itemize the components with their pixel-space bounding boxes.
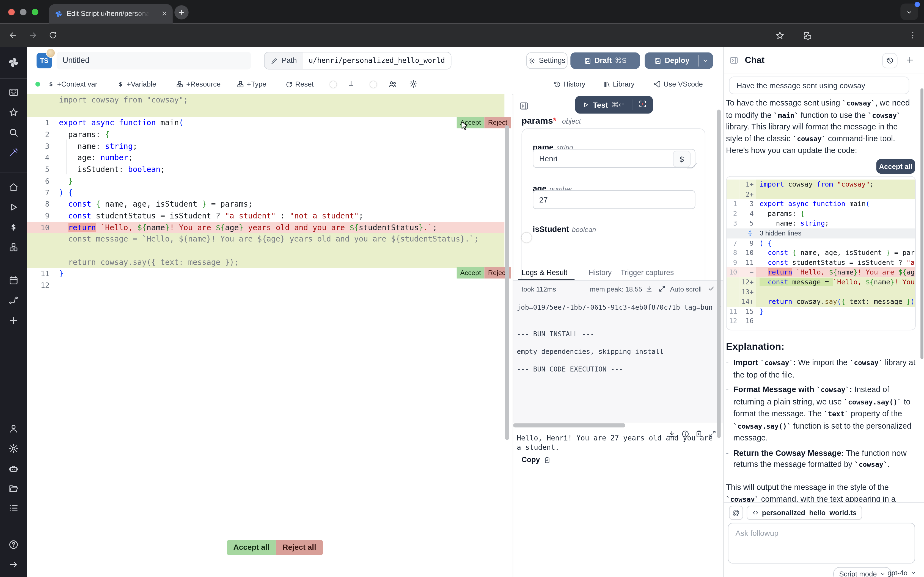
close-tab-icon[interactable] xyxy=(161,10,168,17)
add-variable-button[interactable]: $ +Variable xyxy=(116,79,156,90)
test-button-group: Test ⌘↵ xyxy=(575,96,653,113)
logs-horizontal-scrollbar[interactable] xyxy=(513,424,625,427)
collaborator-avatar xyxy=(46,48,55,58)
deploy-menu-chevron-icon[interactable] xyxy=(702,57,709,64)
bookmark-star-icon[interactable] xyxy=(775,31,785,40)
path-label: Path xyxy=(282,56,297,65)
sidebar-item-search-icon[interactable] xyxy=(8,127,19,138)
forward-icon[interactable] xyxy=(28,31,38,40)
copy-result-button[interactable]: Copy xyxy=(522,456,551,464)
new-chat-plus-icon[interactable] xyxy=(905,55,914,64)
expand-logs-icon[interactable] xyxy=(658,285,666,293)
accept-all-button[interactable]: Accept all xyxy=(227,540,276,555)
add-context-var-button[interactable]: $ +Context var xyxy=(47,79,97,90)
test-button[interactable]: Test ⌘↵ xyxy=(575,100,632,109)
chat-accept-all-button[interactable]: Accept all xyxy=(876,159,915,174)
reset-button[interactable]: Reset xyxy=(285,79,314,90)
history-button[interactable]: History xyxy=(553,79,585,90)
notification-dot xyxy=(915,2,920,7)
save-icon xyxy=(654,57,662,64)
sidebar-item-workers-bot-icon[interactable] xyxy=(8,463,19,474)
collapse-panel-icon[interactable] xyxy=(519,101,529,111)
chat-history-button[interactable] xyxy=(882,53,898,68)
download-logs-icon[interactable] xyxy=(645,285,653,293)
sidebar-item-flows-route-icon[interactable] xyxy=(8,295,19,306)
extensions-puzzle-icon[interactable] xyxy=(803,31,813,40)
new-tab-button[interactable] xyxy=(174,5,188,19)
accept-button[interactable]: Accept xyxy=(457,268,485,279)
reject-all-button[interactable]: Reject all xyxy=(276,540,323,555)
save-draft-button[interactable]: Draft ⌘S xyxy=(570,53,640,69)
sidebar-item-apps-grid-icon[interactable] xyxy=(8,87,19,98)
age-input[interactable] xyxy=(533,190,695,209)
hidden-lines-expander[interactable]: 3 hidden lines xyxy=(727,228,915,238)
model-select[interactable]: gpt-4o xyxy=(887,569,916,577)
browser-menu-kebab-icon[interactable] xyxy=(908,30,918,41)
use-vscode-button[interactable]: Use VScode xyxy=(653,79,703,90)
log-line: --- BUN INSTALL --- xyxy=(517,330,720,338)
path-chip[interactable]: Path u/henri/personalized_hello_world xyxy=(264,52,451,69)
close-window-button[interactable] xyxy=(8,9,15,15)
add-resource-button[interactable]: +Resource xyxy=(176,79,221,90)
mention-at-button[interactable]: @ xyxy=(729,506,743,520)
sidebar-item-resources-boxes-icon[interactable] xyxy=(8,242,19,253)
sidebar-item-schedules-calendar-icon[interactable] xyxy=(8,275,19,286)
sidebar-item-ai-wand-icon[interactable] xyxy=(8,147,19,158)
screen: Edit Script u/henri/personaliz app.windm… xyxy=(0,0,924,577)
chat-scrollbar[interactable] xyxy=(921,88,924,359)
tab-trigger-captures[interactable]: Trigger captures xyxy=(620,268,674,277)
explanation-bullet: -Import `cowsay`: We import the `cowsay`… xyxy=(726,357,916,380)
panel-toggle-icon[interactable] xyxy=(729,55,739,65)
sidebar-item-variables-dollar-icon[interactable]: $ xyxy=(8,222,19,233)
package-icon xyxy=(236,80,244,88)
ask-followup-input[interactable] xyxy=(728,523,915,564)
name-input[interactable] xyxy=(533,149,695,168)
people-icon[interactable] xyxy=(388,79,397,89)
editor-settings-gear-icon[interactable] xyxy=(409,79,418,88)
tab-search-button[interactable] xyxy=(900,3,918,20)
sidebar-item-logs-list-icon[interactable] xyxy=(8,503,19,514)
capture-button[interactable] xyxy=(632,99,653,110)
minimize-window-button[interactable] xyxy=(20,9,27,15)
code-line: const message = `Hello, ${name}! You are… xyxy=(27,233,505,245)
test-panel: Test ⌘↵ params* object namestring $ agen… xyxy=(513,94,724,577)
divider xyxy=(0,172,27,173)
code-editor[interactable]: import cowsay from "cowsay"; 1export asy… xyxy=(27,94,512,577)
sidebar-item-home-icon[interactable] xyxy=(8,182,19,193)
script-title-input[interactable]: Untitled xyxy=(57,52,251,69)
sidebar-item-help-icon[interactable] xyxy=(8,539,19,550)
sidebar-item-expand-arrow-icon[interactable] xyxy=(8,559,19,570)
sidebar-item-windmill-logo-icon[interactable] xyxy=(7,56,20,69)
insert-variable-dollar-button[interactable]: $ xyxy=(673,151,691,167)
chat-conversation[interactable]: Have the message sent using cowsay To ha… xyxy=(724,75,924,502)
mode-select[interactable]: Script mode xyxy=(833,567,892,577)
autoscroll-label[interactable]: Auto scroll xyxy=(670,285,701,293)
reload-icon[interactable] xyxy=(48,31,57,39)
add-type-button[interactable]: +Type xyxy=(236,79,266,90)
tab-title: Edit Script u/henri/personaliz xyxy=(66,9,149,18)
params-heading: params* object xyxy=(522,115,581,126)
context-file-chip[interactable]: personalized_hello_world.ts xyxy=(746,506,862,520)
zoom-window-button[interactable] xyxy=(32,9,39,15)
sidebar-item-settings-gear-icon[interactable] xyxy=(8,443,19,454)
tab-logs-result[interactable]: Logs & Result xyxy=(522,268,567,277)
sidebar-item-add-plus-icon[interactable] xyxy=(8,315,19,326)
browser-tab[interactable]: Edit Script u/henri/personaliz xyxy=(49,4,173,24)
sidebar-item-folders-icon[interactable] xyxy=(8,483,19,494)
back-icon[interactable] xyxy=(8,31,18,40)
log-line xyxy=(517,338,720,347)
sidebar-item-user-icon[interactable] xyxy=(8,424,19,434)
settings-button[interactable]: Settings xyxy=(527,53,568,69)
chat-panel: Chat Have the message sent using cowsay … xyxy=(723,47,924,577)
tab-history[interactable]: History xyxy=(589,268,612,277)
sidebar-item-runs-play-icon[interactable] xyxy=(8,202,19,213)
chevron-down-icon xyxy=(906,9,913,16)
diff-line: 13export async function main( xyxy=(727,199,915,209)
editor-scrollbar[interactable] xyxy=(505,125,509,440)
browser-tab-strip: Edit Script u/henri/personaliz xyxy=(0,0,924,24)
sidebar-item-favorites-star-icon[interactable] xyxy=(8,107,19,118)
logs-area: took 112ms mem peak: 18.55 Auto scroll j… xyxy=(513,281,724,422)
clipboard-icon xyxy=(543,456,551,464)
library-button[interactable]: Library xyxy=(603,79,635,90)
test-panel-scrollbar[interactable] xyxy=(717,110,721,438)
